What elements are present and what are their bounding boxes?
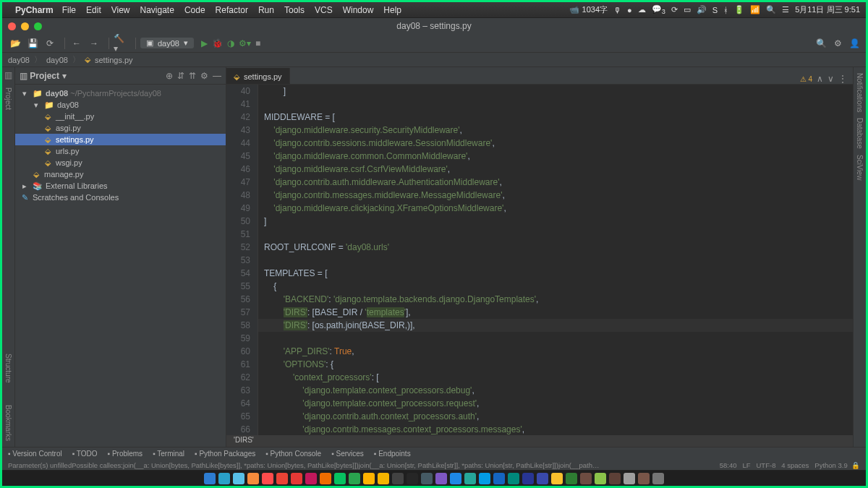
dock-app[interactable] (522, 473, 534, 484)
dock-app[interactable] (378, 473, 389, 484)
tree-file[interactable]: ⬙settings.py (15, 134, 226, 145)
tab-settings[interactable]: ⬙ settings.py (226, 68, 290, 84)
close-icon[interactable] (8, 22, 16, 30)
menu-vcs[interactable]: VCS (315, 5, 333, 15)
collapse-icon[interactable]: ⇈ (189, 71, 196, 81)
dock-app[interactable] (349, 473, 360, 484)
spotlight-icon[interactable]: 🔍 (766, 5, 776, 14)
wifi-icon[interactable]: 📶 (750, 5, 760, 14)
minimize-icon[interactable] (21, 22, 29, 30)
encoding[interactable]: UTF-8 (757, 461, 776, 469)
coverage-icon[interactable]: ◑ (227, 38, 234, 48)
menu-file[interactable]: File (62, 5, 76, 15)
hide-icon[interactable]: — (213, 71, 221, 81)
prev-highlight-icon[interactable]: ∧ (817, 74, 823, 84)
zoom-icon[interactable] (34, 22, 42, 30)
tree-file[interactable]: ⬙__init__.py (15, 111, 226, 122)
dock-app[interactable] (262, 473, 273, 484)
menu-edit[interactable]: Edit (86, 5, 101, 15)
user-icon[interactable]: 👤 (849, 38, 860, 48)
dock-app[interactable] (595, 473, 606, 484)
caret-pos[interactable]: 58:40 (720, 461, 737, 469)
interpreter[interactable]: Python 3.9 (814, 461, 847, 469)
build-icon[interactable]: 🔨▾ (114, 36, 128, 51)
sciview-label[interactable]: SciView (856, 155, 864, 180)
app-name[interactable]: PyCharm (15, 5, 54, 15)
wechat-icon[interactable]: 💬3 (652, 4, 665, 15)
project-tool-label[interactable]: Project (4, 87, 12, 110)
settings-icon[interactable]: ⚙ (834, 38, 842, 48)
project-panel-title[interactable]: Project (30, 71, 59, 81)
run-config-selector[interactable]: ▣ day08 ▾ (140, 38, 194, 48)
tree-file[interactable]: ⬙asgi.py (15, 122, 226, 134)
clock[interactable]: 5月11日 周三 9:51 (795, 4, 860, 15)
dock-app[interactable] (638, 473, 650, 484)
project-tree[interactable]: ▾📁day08 ~/PycharmProjects/day08 ▾📁day08 … (15, 85, 226, 206)
dock-app[interactable] (464, 473, 476, 484)
dock-app[interactable] (609, 473, 621, 484)
dock-app[interactable] (508, 473, 519, 484)
control-center-icon[interactable]: ☰ (782, 5, 789, 14)
mac-dock[interactable] (2, 470, 866, 486)
dock-app[interactable] (652, 473, 664, 484)
menu-view[interactable]: View (111, 5, 130, 15)
dock-app[interactable] (218, 473, 230, 484)
volume-icon[interactable]: 🔊 (697, 5, 707, 14)
run-icon[interactable]: ▶ (201, 38, 208, 48)
tool-todo[interactable]: ▪ TODO (72, 450, 98, 458)
structure-tool-label[interactable]: Structure (4, 354, 12, 383)
dock-app[interactable] (407, 473, 418, 484)
dock-app[interactable] (450, 473, 461, 484)
tool-terminal[interactable]: ▪ Terminal (153, 450, 184, 458)
record-icon[interactable]: ● (627, 6, 632, 14)
dock-app[interactable] (566, 473, 577, 484)
search-icon[interactable]: 🔍 (816, 38, 827, 48)
dock-app[interactable] (421, 473, 433, 484)
menu-tools[interactable]: Tools (284, 5, 305, 15)
menu-navigate[interactable]: Navigate (140, 5, 174, 15)
refresh-icon[interactable]: ⟳ (43, 36, 57, 51)
bookmarks-tool-label[interactable]: Bookmarks (4, 405, 12, 441)
dock-app[interactable] (247, 473, 259, 484)
tool-services[interactable]: ▪ Services (331, 450, 364, 458)
dock-app[interactable] (320, 473, 331, 484)
target-icon[interactable]: ⊕ (166, 71, 173, 81)
dock-app[interactable] (305, 473, 317, 484)
indent[interactable]: 4 spaces (781, 461, 809, 469)
dock-app[interactable] (537, 473, 548, 484)
crumb-1[interactable]: day08 (46, 56, 68, 64)
dock-app[interactable] (204, 473, 216, 484)
dock-app[interactable] (493, 473, 505, 484)
dock-app[interactable] (392, 473, 404, 484)
dock-app[interactable] (435, 473, 447, 484)
shortcut-icon[interactable]: S (712, 6, 718, 14)
dock-app[interactable] (334, 473, 346, 484)
menu-help[interactable]: Help (383, 5, 401, 15)
open-icon[interactable]: 📂 (8, 36, 22, 51)
dock-app[interactable] (624, 473, 635, 484)
tool-python packages[interactable]: ▪ Python Packages (195, 450, 255, 458)
cloud-icon[interactable]: ☁ (638, 5, 646, 14)
crumb-0[interactable]: day08 (8, 56, 30, 64)
bluetooth-icon[interactable]: ᚼ (723, 6, 728, 14)
tool-problems[interactable]: ▪ Problems (108, 450, 143, 458)
stop-icon[interactable]: ■ (255, 38, 260, 48)
dock-app[interactable] (479, 473, 490, 484)
dock-app[interactable] (276, 473, 288, 484)
menu-run[interactable]: Run (258, 5, 274, 15)
project-tool-icon[interactable]: ▥ (4, 70, 12, 80)
dock-app[interactable] (291, 473, 302, 484)
menu-window[interactable]: Window (343, 5, 374, 15)
battery-icon[interactable]: 🔋 (734, 5, 744, 14)
dock-app[interactable] (363, 473, 375, 484)
tool-version control[interactable]: ▪ Version Control (8, 450, 62, 458)
nav-fwd-icon[interactable]: → (87, 36, 101, 51)
tool-endpoints[interactable]: ▪ Endpoints (374, 450, 411, 458)
crumb-2[interactable]: settings.py (95, 56, 133, 64)
lock-icon[interactable]: 🔒 (851, 461, 860, 469)
mic-icon[interactable]: 🎙 (613, 6, 621, 14)
dock-app[interactable] (551, 473, 563, 484)
tree-file[interactable]: ⬙wsgi.py (15, 157, 226, 168)
debug-icon[interactable]: 🐞 (212, 38, 223, 48)
save-icon[interactable]: 💾 (25, 36, 40, 51)
